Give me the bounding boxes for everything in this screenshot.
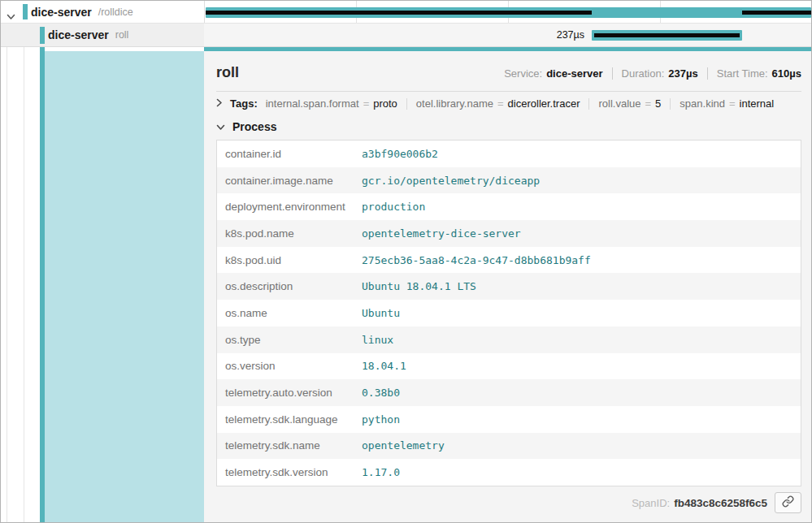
process-value: opentelemetry-dice-server [362, 227, 521, 240]
service-value: dice-server [546, 67, 602, 80]
process-value: 18.04.1 [362, 360, 406, 372]
process-key: telemetry.sdk.name [225, 439, 362, 452]
table-row: os.typelinux [217, 326, 801, 353]
summary-divider [612, 67, 613, 80]
process-value: gcr.io/opentelemetry/diceapp [362, 175, 540, 187]
duration-value: 237µs [668, 67, 697, 80]
process-value: 1.17.0 [362, 466, 400, 478]
summary-divider [707, 67, 708, 80]
table-row: telemetry.sdk.languagepython [217, 406, 801, 433]
operation-name: roll [115, 29, 129, 41]
tag-value: internal [740, 97, 775, 110]
selected-span-highlight [45, 51, 204, 522]
span-detail-panel: roll Service: dice-server Duration: 237µ… [204, 51, 812, 522]
process-key: os.name [225, 307, 362, 319]
process-key: deployment.environment [225, 201, 362, 213]
tag-divider [588, 98, 589, 110]
tag-value: 5 [655, 97, 661, 110]
chevron-down-icon[interactable] [7, 9, 15, 24]
timeline-row-roll[interactable]: 237µs [204, 24, 812, 47]
link-icon [782, 495, 794, 511]
process-value: a3bf90e006b2 [362, 148, 438, 160]
self-time-segment [742, 11, 811, 15]
table-row: k8s.pod.uid275ecb36-5aa8-4c2a-9c47-d8bb6… [217, 247, 801, 274]
process-value: opentelemetry [362, 439, 445, 452]
table-row: deployment.environmentproduction [217, 193, 801, 220]
process-value: linux [362, 334, 393, 346]
process-key: container.image.name [225, 175, 362, 187]
service-label: Service: [504, 67, 542, 80]
tag-equals: = [497, 97, 504, 110]
tag-divider [670, 98, 671, 110]
tag-equals: = [729, 97, 736, 110]
span-detail-footer: SpanID: fb483c8c6258f6c5 [216, 486, 801, 520]
process-key: telemetry.sdk.version [225, 466, 362, 478]
span-duration-label: 237µs [204, 24, 584, 46]
trace-timeline-view: dice-server /rolldice dice-server roll 2… [0, 0, 812, 523]
table-row: os.descriptionUbuntu 18.04.1 LTS [217, 273, 801, 300]
service-color-bar [23, 4, 28, 19]
start-time-value: 610µs [772, 67, 801, 80]
process-key-value-table: container.ida3bf90e006b2 container.image… [216, 140, 801, 486]
start-time-label: Start Time: [717, 67, 768, 80]
indent-guide [7, 47, 7, 522]
spanid-label: SpanID: [632, 497, 670, 509]
service-name: dice-server [48, 28, 109, 41]
span-row-roll[interactable]: dice-server roll [1, 24, 204, 47]
span-detail-header: roll Service: dice-server Duration: 237µ… [216, 51, 801, 92]
service-color-bar [40, 27, 45, 44]
process-key: container.id [225, 148, 362, 160]
span-detail-left-gutter [1, 47, 204, 522]
process-key: os.version [225, 360, 362, 372]
process-key: os.type [225, 334, 362, 346]
table-row: container.image.namegcr.io/opentelemetry… [217, 167, 801, 194]
span-title: roll [216, 64, 239, 81]
self-time-segment [594, 33, 740, 37]
process-key: telemetry.sdk.language [225, 413, 362, 426]
tags-accordion[interactable]: Tags: internal.span.format = proto otel.… [216, 92, 801, 115]
tag-key: internal.span.format [266, 97, 359, 110]
tag-equals: = [363, 97, 370, 110]
table-row: k8s.pod.nameopentelemetry-dice-server [217, 220, 801, 247]
process-value: 275ecb36-5aa8-4c2a-9c47-d8bb681b9aff [362, 254, 591, 266]
span-bar-rolldice[interactable] [206, 7, 811, 18]
tag-divider [406, 98, 407, 110]
service-name: dice-server [31, 6, 92, 19]
table-row: telemetry.sdk.version1.17.0 [217, 459, 801, 486]
process-value: python [362, 413, 400, 426]
span-summary: Service: dice-server Duration: 237µs Sta… [504, 67, 801, 80]
process-value: production [362, 201, 425, 213]
tag-equals: = [645, 97, 652, 110]
table-row: os.nameUbuntu [217, 300, 801, 326]
process-accordion[interactable]: Process [216, 115, 801, 140]
operation-name: /rolldice [98, 6, 133, 18]
process-value: Ubuntu [362, 307, 400, 319]
duration-label: Duration: [622, 67, 665, 80]
process-key: os.description [225, 280, 362, 292]
process-header: Process [232, 120, 276, 133]
tag-key: otel.library.name [416, 97, 493, 110]
table-row: os.version18.04.1 [217, 353, 801, 380]
process-key: telemetry.auto.version [225, 387, 362, 399]
chevron-right-icon [216, 97, 223, 110]
table-row: telemetry.auto.version0.38b0 [217, 379, 801, 406]
copy-span-link-button[interactable] [775, 492, 801, 513]
process-key: k8s.pod.uid [225, 254, 362, 266]
indent-guide [24, 47, 24, 522]
tags-header: Tags: [230, 97, 258, 110]
process-value: Ubuntu 18.04.1 LTS [362, 280, 476, 292]
tag-key: roll.value [598, 97, 640, 110]
process-key: k8s.pod.name [225, 227, 362, 240]
spanid-value: fb483c8c6258f6c5 [674, 497, 767, 509]
timeline-row-rolldice[interactable] [204, 1, 812, 24]
span-bar-roll[interactable] [592, 30, 742, 41]
process-value: 0.38b0 [362, 387, 400, 399]
table-row: telemetry.sdk.nameopentelemetry [217, 433, 801, 460]
tag-value: diceroller.tracer [508, 97, 580, 110]
chevron-down-icon [216, 119, 225, 134]
tag-key: span.kind [680, 97, 725, 110]
self-time-segment [206, 11, 592, 15]
table-row: container.ida3bf90e006b2 [217, 140, 801, 167]
span-row-rolldice[interactable]: dice-server /rolldice [1, 1, 204, 24]
tag-value: proto [373, 97, 397, 110]
